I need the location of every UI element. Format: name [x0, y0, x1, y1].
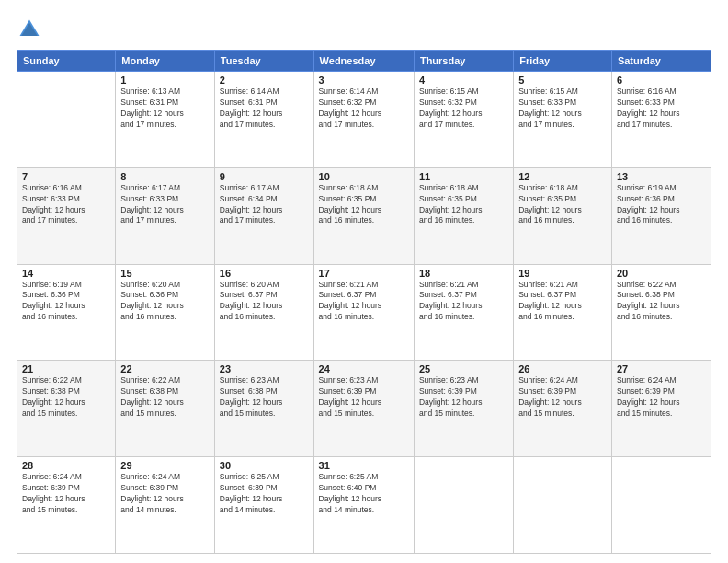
day-info: Sunrise: 6:24 AMSunset: 6:39 PMDaylight:… — [617, 375, 706, 419]
day-info: Sunrise: 6:18 AMSunset: 6:35 PMDaylight:… — [419, 183, 508, 227]
day-number: 10 — [319, 171, 409, 182]
day-cell: 3Sunrise: 6:14 AMSunset: 6:32 PMDaylight… — [313, 72, 414, 168]
day-cell — [514, 457, 612, 554]
day-info: Sunrise: 6:17 AMSunset: 6:34 PMDaylight:… — [220, 183, 309, 227]
day-number: 21 — [22, 363, 110, 374]
day-number: 23 — [220, 363, 309, 374]
day-cell: 2Sunrise: 6:14 AMSunset: 6:31 PMDaylight… — [214, 72, 313, 168]
column-header-tuesday: Tuesday — [214, 51, 313, 72]
day-cell: 20Sunrise: 6:22 AMSunset: 6:38 PMDayligh… — [611, 264, 711, 361]
day-cell: 7Sunrise: 6:16 AMSunset: 6:33 PMDaylight… — [17, 167, 116, 264]
day-number: 25 — [419, 363, 508, 374]
day-number: 27 — [617, 363, 706, 374]
day-number: 3 — [319, 75, 409, 86]
day-cell — [17, 72, 116, 168]
day-info: Sunrise: 6:22 AMSunset: 6:38 PMDaylight:… — [22, 375, 110, 419]
day-info: Sunrise: 6:19 AMSunset: 6:36 PMDaylight:… — [22, 280, 110, 324]
day-info: Sunrise: 6:14 AMSunset: 6:31 PMDaylight:… — [220, 86, 309, 131]
header — [17, 17, 711, 42]
week-row-1: 1Sunrise: 6:13 AMSunset: 6:31 PMDaylight… — [17, 72, 711, 168]
day-number: 16 — [220, 268, 309, 279]
day-cell: 17Sunrise: 6:21 AMSunset: 6:37 PMDayligh… — [313, 264, 414, 361]
column-header-saturday: Saturday — [611, 51, 711, 72]
day-info: Sunrise: 6:20 AMSunset: 6:37 PMDaylight:… — [220, 280, 309, 324]
day-cell: 23Sunrise: 6:23 AMSunset: 6:38 PMDayligh… — [214, 361, 313, 457]
day-cell: 14Sunrise: 6:19 AMSunset: 6:36 PMDayligh… — [17, 264, 116, 361]
day-number: 9 — [220, 171, 309, 182]
day-info: Sunrise: 6:23 AMSunset: 6:38 PMDaylight:… — [220, 375, 309, 419]
day-info: Sunrise: 6:13 AMSunset: 6:31 PMDaylight:… — [120, 86, 210, 131]
day-cell: 21Sunrise: 6:22 AMSunset: 6:38 PMDayligh… — [17, 361, 116, 457]
week-row-3: 14Sunrise: 6:19 AMSunset: 6:36 PMDayligh… — [17, 264, 711, 361]
day-number: 18 — [419, 268, 508, 279]
day-cell: 24Sunrise: 6:23 AMSunset: 6:39 PMDayligh… — [313, 361, 414, 457]
day-cell: 8Sunrise: 6:17 AMSunset: 6:33 PMDaylight… — [116, 167, 215, 264]
day-cell: 26Sunrise: 6:24 AMSunset: 6:39 PMDayligh… — [514, 361, 612, 457]
day-info: Sunrise: 6:25 AMSunset: 6:40 PMDaylight:… — [319, 472, 409, 516]
day-info: Sunrise: 6:24 AMSunset: 6:39 PMDaylight:… — [518, 375, 607, 419]
day-info: Sunrise: 6:19 AMSunset: 6:36 PMDaylight:… — [617, 183, 706, 227]
day-number: 17 — [319, 268, 409, 279]
day-cell: 11Sunrise: 6:18 AMSunset: 6:35 PMDayligh… — [414, 167, 513, 264]
day-cell — [611, 457, 711, 554]
day-number: 5 — [518, 75, 607, 86]
day-cell: 9Sunrise: 6:17 AMSunset: 6:34 PMDaylight… — [214, 167, 313, 264]
column-header-sunday: Sunday — [17, 51, 116, 72]
day-number: 13 — [617, 171, 706, 182]
day-cell: 29Sunrise: 6:24 AMSunset: 6:39 PMDayligh… — [116, 457, 215, 554]
day-number: 31 — [319, 460, 409, 471]
day-number: 4 — [419, 75, 508, 86]
logo-icon — [17, 17, 42, 42]
day-number: 7 — [22, 171, 110, 182]
day-cell: 12Sunrise: 6:18 AMSunset: 6:35 PMDayligh… — [514, 167, 612, 264]
day-cell: 25Sunrise: 6:23 AMSunset: 6:39 PMDayligh… — [414, 361, 513, 457]
day-number: 11 — [419, 171, 508, 182]
day-info: Sunrise: 6:23 AMSunset: 6:39 PMDaylight:… — [319, 375, 409, 419]
day-info: Sunrise: 6:21 AMSunset: 6:37 PMDaylight:… — [518, 280, 607, 324]
day-info: Sunrise: 6:16 AMSunset: 6:33 PMDaylight:… — [22, 183, 110, 227]
day-cell: 5Sunrise: 6:15 AMSunset: 6:33 PMDaylight… — [514, 72, 612, 168]
day-number: 30 — [220, 460, 309, 471]
day-number: 2 — [220, 75, 309, 86]
day-info: Sunrise: 6:15 AMSunset: 6:32 PMDaylight:… — [419, 86, 508, 131]
week-row-2: 7Sunrise: 6:16 AMSunset: 6:33 PMDaylight… — [17, 167, 711, 264]
day-cell: 6Sunrise: 6:16 AMSunset: 6:33 PMDaylight… — [611, 72, 711, 168]
day-cell: 19Sunrise: 6:21 AMSunset: 6:37 PMDayligh… — [514, 264, 612, 361]
day-info: Sunrise: 6:17 AMSunset: 6:33 PMDaylight:… — [120, 183, 210, 227]
day-cell: 1Sunrise: 6:13 AMSunset: 6:31 PMDaylight… — [116, 72, 215, 168]
day-info: Sunrise: 6:18 AMSunset: 6:35 PMDaylight:… — [518, 183, 607, 227]
day-cell: 31Sunrise: 6:25 AMSunset: 6:40 PMDayligh… — [313, 457, 414, 554]
day-info: Sunrise: 6:22 AMSunset: 6:38 PMDaylight:… — [120, 375, 210, 419]
day-number: 12 — [518, 171, 607, 182]
day-info: Sunrise: 6:24 AMSunset: 6:39 PMDaylight:… — [120, 472, 210, 516]
day-cell: 4Sunrise: 6:15 AMSunset: 6:32 PMDaylight… — [414, 72, 513, 168]
day-info: Sunrise: 6:25 AMSunset: 6:39 PMDaylight:… — [220, 472, 309, 516]
day-info: Sunrise: 6:21 AMSunset: 6:37 PMDaylight:… — [319, 280, 409, 324]
calendar-table: SundayMondayTuesdayWednesdayThursdayFrid… — [17, 50, 711, 554]
day-cell: 28Sunrise: 6:24 AMSunset: 6:39 PMDayligh… — [17, 457, 116, 554]
day-number: 20 — [617, 268, 706, 279]
day-number: 24 — [319, 363, 409, 374]
day-cell: 30Sunrise: 6:25 AMSunset: 6:39 PMDayligh… — [214, 457, 313, 554]
day-info: Sunrise: 6:22 AMSunset: 6:38 PMDaylight:… — [617, 280, 706, 324]
calendar-header-row: SundayMondayTuesdayWednesdayThursdayFrid… — [17, 51, 711, 72]
day-info: Sunrise: 6:21 AMSunset: 6:37 PMDaylight:… — [419, 280, 508, 324]
day-info: Sunrise: 6:16 AMSunset: 6:33 PMDaylight:… — [617, 86, 706, 131]
day-info: Sunrise: 6:15 AMSunset: 6:33 PMDaylight:… — [518, 86, 607, 131]
column-header-wednesday: Wednesday — [313, 51, 414, 72]
day-cell: 18Sunrise: 6:21 AMSunset: 6:37 PMDayligh… — [414, 264, 513, 361]
column-header-thursday: Thursday — [414, 51, 513, 72]
week-row-4: 21Sunrise: 6:22 AMSunset: 6:38 PMDayligh… — [17, 361, 711, 457]
week-row-5: 28Sunrise: 6:24 AMSunset: 6:39 PMDayligh… — [17, 457, 711, 554]
day-cell: 27Sunrise: 6:24 AMSunset: 6:39 PMDayligh… — [611, 361, 711, 457]
day-info: Sunrise: 6:20 AMSunset: 6:36 PMDaylight:… — [120, 280, 210, 324]
day-cell: 13Sunrise: 6:19 AMSunset: 6:36 PMDayligh… — [611, 167, 711, 264]
day-cell: 22Sunrise: 6:22 AMSunset: 6:38 PMDayligh… — [116, 361, 215, 457]
day-number: 8 — [120, 171, 210, 182]
day-cell — [414, 457, 513, 554]
column-header-monday: Monday — [116, 51, 215, 72]
day-info: Sunrise: 6:24 AMSunset: 6:39 PMDaylight:… — [22, 472, 110, 516]
day-number: 26 — [518, 363, 607, 374]
page: SundayMondayTuesdayWednesdayThursdayFrid… — [0, 0, 728, 563]
day-info: Sunrise: 6:14 AMSunset: 6:32 PMDaylight:… — [319, 86, 409, 131]
